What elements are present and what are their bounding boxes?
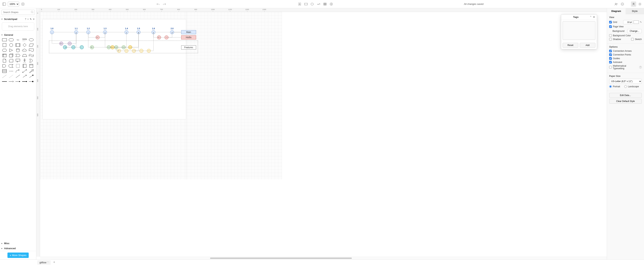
shape-thick-arrow[interactable] bbox=[29, 69, 34, 73]
bgcolor-checkbox[interactable] bbox=[609, 34, 612, 37]
rect-tool-icon[interactable] bbox=[304, 1, 308, 7]
undo-icon[interactable] bbox=[156, 1, 161, 7]
shape-square[interactable] bbox=[2, 43, 7, 47]
share-icon[interactable] bbox=[614, 1, 619, 7]
scratchpad-edit-icon[interactable]: ✎ bbox=[30, 18, 32, 20]
canvas-viewport[interactable]: Main Hotfix Features 1.01.11.21.31.41.51… bbox=[40, 12, 607, 257]
color-picker-icon[interactable]: ✎ bbox=[640, 21, 642, 23]
shape-connector-5[interactable] bbox=[29, 79, 34, 84]
ellipse-tool-icon[interactable]: + bbox=[310, 1, 315, 7]
portrait-radio[interactable] bbox=[609, 85, 612, 88]
guides-checkbox[interactable] bbox=[609, 57, 612, 60]
shape-connector-4[interactable] bbox=[22, 79, 27, 84]
tools-toggle-icon[interactable] bbox=[631, 1, 636, 7]
shape-hexagon[interactable] bbox=[2, 48, 7, 52]
shape-triangle[interactable] bbox=[8, 48, 14, 52]
paper-size-select[interactable]: US-Letter (8,5" x 11") bbox=[609, 79, 642, 84]
redo-icon[interactable] bbox=[162, 1, 167, 7]
shape-container[interactable] bbox=[15, 64, 20, 68]
add-shape-icon[interactable] bbox=[329, 1, 334, 7]
shape-internal-storage[interactable] bbox=[2, 53, 7, 57]
tags-close-icon[interactable]: ✕ bbox=[593, 16, 595, 18]
shape-parallelogram[interactable] bbox=[29, 43, 34, 47]
advanced-shapes-header[interactable]: ▸Advanced bbox=[0, 246, 36, 251]
add-page-icon[interactable] bbox=[20, 1, 26, 7]
conn-points-checkbox[interactable] bbox=[609, 53, 612, 56]
pageview-checkbox[interactable] bbox=[609, 25, 612, 28]
shape-dotted-line[interactable] bbox=[8, 74, 14, 78]
tags-reset-button[interactable]: Reset bbox=[562, 43, 578, 48]
shape-cube[interactable] bbox=[8, 53, 14, 57]
shape-line-open-arrows[interactable] bbox=[22, 74, 27, 78]
shape-data-storage[interactable] bbox=[8, 64, 14, 68]
shape-connector-2[interactable] bbox=[8, 79, 14, 84]
shape-trapezoid[interactable] bbox=[22, 53, 27, 57]
edit-data-button[interactable]: Edit Data... bbox=[609, 93, 642, 98]
horizontal-scrollbar[interactable] bbox=[40, 257, 607, 260]
general-shapes-header[interactable]: ▾General bbox=[0, 32, 36, 37]
shape-cloud[interactable] bbox=[22, 48, 27, 52]
more-icon[interactable] bbox=[620, 1, 625, 7]
shape-cylinder[interactable] bbox=[15, 48, 20, 52]
shape-card[interactable] bbox=[8, 59, 14, 63]
shape-callout[interactable] bbox=[15, 59, 20, 63]
text-tool-icon[interactable]: A bbox=[297, 1, 302, 7]
tags-list[interactable] bbox=[562, 21, 596, 40]
shape-connector-1[interactable] bbox=[2, 79, 7, 84]
shape-or[interactable] bbox=[29, 59, 34, 63]
freehand-tool-icon[interactable] bbox=[316, 1, 321, 7]
tab-style[interactable]: Style bbox=[626, 8, 644, 14]
shape-ellipse[interactable] bbox=[29, 38, 34, 42]
add-page-tab[interactable]: + bbox=[52, 260, 57, 264]
autosave-checkbox[interactable] bbox=[609, 61, 612, 63]
more-shapes-button[interactable]: +More Shapes bbox=[8, 253, 29, 258]
tags-collapse-icon[interactable]: ˄ bbox=[590, 16, 592, 18]
math-checkbox[interactable] bbox=[609, 66, 612, 68]
scratchpad-add-icon[interactable]: + bbox=[28, 18, 29, 20]
toggle-sidebar-icon[interactable] bbox=[2, 1, 7, 7]
shape-circle[interactable] bbox=[8, 43, 14, 47]
grid-checkbox[interactable] bbox=[609, 21, 612, 23]
shape-step[interactable] bbox=[15, 53, 20, 57]
shape-and[interactable] bbox=[2, 64, 7, 68]
shape-document[interactable] bbox=[29, 48, 34, 52]
shape-list-item[interactable]: List Item bbox=[8, 69, 14, 73]
clear-style-button[interactable]: Clear Default Style bbox=[609, 99, 642, 104]
conn-arrows-checkbox[interactable] bbox=[609, 50, 612, 52]
misc-shapes-header[interactable]: ▸Misc bbox=[0, 241, 36, 246]
change-background-button[interactable]: Change... bbox=[627, 29, 642, 33]
shape-tape[interactable] bbox=[29, 53, 34, 57]
scratchpad-header[interactable]: ▾Scratchpad ? + ✎ ✕ bbox=[0, 16, 36, 21]
shape-text[interactable]: Text bbox=[15, 38, 20, 42]
shape-connector-3[interactable] bbox=[15, 79, 20, 84]
shape-note[interactable] bbox=[2, 59, 7, 63]
landscape-radio[interactable] bbox=[624, 85, 627, 88]
grid-color-swatch[interactable] bbox=[634, 20, 639, 24]
shape-diamond[interactable] bbox=[22, 43, 27, 47]
shape-line-filled-arrow[interactable] bbox=[29, 74, 34, 78]
tags-add-button[interactable]: Add bbox=[580, 43, 596, 48]
theme-toggle-icon[interactable] bbox=[637, 1, 642, 7]
shape-dashed-line[interactable] bbox=[2, 74, 7, 78]
shadow-checkbox[interactable] bbox=[609, 38, 612, 40]
shape-hcontainer[interactable] bbox=[22, 64, 27, 68]
sketch-checkbox[interactable] bbox=[631, 38, 634, 40]
shape-process[interactable] bbox=[15, 43, 20, 47]
shape-line[interactable] bbox=[15, 74, 20, 78]
zoom-select[interactable]: 100% bbox=[8, 2, 19, 6]
tab-diagram[interactable]: Diagram bbox=[607, 8, 626, 14]
grid-size-input[interactable] bbox=[623, 20, 632, 24]
shape-list[interactable] bbox=[2, 69, 7, 73]
scratchpad-close-icon[interactable]: ✕ bbox=[33, 18, 35, 20]
shape-curve-arrow[interactable] bbox=[15, 69, 20, 73]
shape-rectangle[interactable] bbox=[2, 38, 7, 42]
math-help-icon[interactable]: ? bbox=[639, 66, 642, 68]
shape-heading[interactable]: HeadingLorem ipsumdolor sit bbox=[22, 38, 27, 42]
shape-rounded-rect[interactable] bbox=[8, 38, 14, 42]
shape-vcontainer[interactable] bbox=[29, 64, 34, 68]
table-tool-icon[interactable] bbox=[322, 1, 328, 7]
page-tab-gitflow[interactable]: gitflow˄ bbox=[37, 260, 51, 265]
search-shapes-input[interactable] bbox=[2, 10, 35, 15]
shape-bidir-arrow[interactable] bbox=[22, 69, 27, 73]
shape-actor[interactable] bbox=[22, 59, 27, 63]
